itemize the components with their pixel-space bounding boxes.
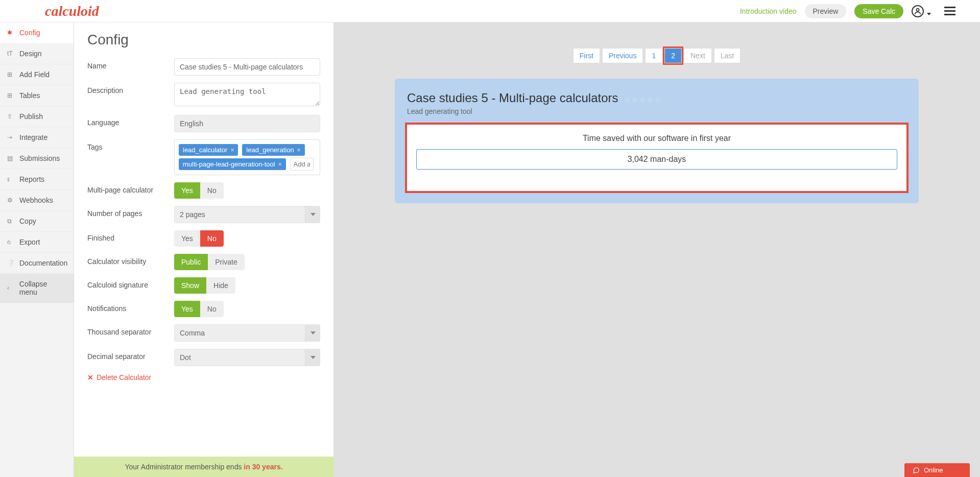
chevron-down-icon	[305, 324, 320, 342]
close-icon[interactable]: ×	[297, 147, 301, 154]
delete-calculator-link[interactable]: ✕ Delete Calculator	[87, 373, 151, 381]
sidebar-item-tables[interactable]: ⊞Tables	[0, 85, 74, 106]
signature-hide-button[interactable]: Hide	[206, 277, 235, 294]
chat-online-button[interactable]: Online	[904, 463, 970, 477]
label-visibility: Calculator visibility	[87, 254, 174, 266]
label-language: Language	[87, 115, 174, 127]
sidebar-item-config[interactable]: ✱Config	[0, 22, 74, 43]
star-icon: ☆	[632, 96, 638, 104]
visibility-toggle: Public Private	[174, 254, 245, 270]
label-name: Name	[87, 58, 174, 70]
sidebar-item-label: Design	[19, 50, 42, 58]
sidebar-item-webhooks[interactable]: ⚙Webhooks	[0, 190, 74, 211]
calc-result: Time saved with our software in first ye…	[407, 125, 906, 191]
row-notifications: Notifications Yes No	[87, 301, 320, 317]
tag-item[interactable]: lead_calculator×	[179, 144, 238, 156]
submissions-icon: ▤	[7, 155, 14, 162]
row-numpages: Number of pages	[87, 206, 320, 223]
sidebar-item-publish[interactable]: ⇧Publish	[0, 106, 74, 127]
label-multipage: Multi-page calculator	[87, 182, 174, 194]
sidebar-item-add-field[interactable]: ⊞Add Field	[0, 64, 74, 85]
introduction-video-link[interactable]: Introduction video	[740, 7, 797, 15]
sidebar-item-design[interactable]: tTDesign	[0, 43, 74, 64]
save-calc-button[interactable]: Save Calc	[854, 4, 903, 18]
hamburger-menu-button[interactable]	[944, 7, 955, 15]
pg-2[interactable]: 2	[664, 48, 682, 63]
result-label: Time saved with our software in first ye…	[416, 134, 897, 143]
row-language: Language	[87, 115, 320, 132]
export-icon: ⎋	[7, 238, 14, 246]
sidebar-item-documentation[interactable]: ❔Documentation	[0, 253, 74, 274]
sidebar-item-label: Documentation	[19, 259, 67, 267]
pg-next[interactable]: Next	[684, 48, 712, 63]
sidebar-item-reports[interactable]: ⫾Reports	[0, 169, 74, 190]
result-value: 3,042 man-days	[416, 149, 897, 170]
sidebar-item-copy[interactable]: ⧉Copy	[0, 211, 74, 232]
tags-box[interactable]: lead_calculator× lead_generation× multi-…	[174, 139, 320, 175]
user-menu[interactable]	[912, 5, 931, 17]
logo[interactable]: calculoid	[45, 3, 99, 19]
integrate-icon: ⇢	[7, 134, 14, 141]
language-input[interactable]	[174, 115, 320, 132]
publish-icon: ⇧	[7, 113, 14, 120]
tag-item[interactable]: lead_generation×	[242, 144, 304, 156]
rating-stars[interactable]: ☆☆☆☆☆	[624, 96, 661, 104]
tag-item[interactable]: multi-page-lead-generation-tool×	[179, 158, 286, 170]
chevron-down-icon	[305, 349, 320, 366]
label-finished: Finished	[87, 230, 174, 242]
label-description: Description	[87, 83, 174, 94]
chevron-down-icon	[927, 13, 931, 15]
page-title: Config	[87, 32, 320, 48]
sidebar-item-integrate[interactable]: ⇢Integrate	[0, 127, 74, 148]
pg-1[interactable]: 1	[645, 48, 662, 63]
visibility-private-button[interactable]: Private	[208, 254, 245, 270]
thousand-select[interactable]	[174, 324, 320, 342]
signature-show-button[interactable]: Show	[174, 277, 206, 294]
design-icon: tT	[7, 50, 14, 57]
pg-first[interactable]: First	[573, 48, 600, 63]
header: calculoid Introduction video Preview Sav…	[0, 0, 980, 22]
pg-previous[interactable]: Previous	[602, 48, 643, 63]
notifications-yes-button[interactable]: Yes	[174, 301, 200, 317]
sidebar-item-submissions[interactable]: ▤Submissions	[0, 148, 74, 169]
content: ✱Config tTDesign ⊞Add Field ⊞Tables ⇧Pub…	[0, 22, 980, 477]
sidebar-item-label: Submissions	[19, 154, 60, 162]
close-icon: ✕	[87, 373, 93, 381]
row-visibility: Calculator visibility Public Private	[87, 254, 320, 270]
name-input[interactable]	[174, 58, 320, 76]
row-name: Name	[87, 58, 320, 76]
finished-no-button[interactable]: No	[200, 230, 224, 247]
label-signature: Calculoid signature	[87, 277, 174, 289]
sidebar-item-label: Collapse menu	[19, 280, 66, 296]
webhooks-icon: ⚙	[7, 197, 14, 204]
avatar-icon	[912, 5, 924, 17]
row-description: Description Lead generating tool	[87, 83, 320, 108]
sidebar-item-collapse[interactable]: ‹Collapse menu	[0, 274, 74, 303]
pg-last[interactable]: Last	[714, 48, 740, 63]
decimal-select[interactable]	[174, 349, 320, 366]
thousand-value	[174, 324, 320, 342]
close-icon[interactable]: ×	[278, 161, 282, 168]
numpages-value	[174, 206, 320, 223]
calc-title: Case studies 5 - Multi-page calculators	[407, 91, 618, 105]
sidebar-item-label: Tables	[19, 91, 40, 100]
sidebar-item-label: Copy	[19, 217, 36, 225]
numpages-select[interactable]	[174, 206, 320, 223]
reports-icon: ⫾	[7, 176, 14, 183]
preview-button[interactable]: Preview	[805, 4, 847, 18]
multipage-no-button[interactable]: No	[200, 182, 224, 199]
label-notifications: Notifications	[87, 301, 174, 313]
visibility-public-button[interactable]: Public	[174, 254, 208, 270]
chevron-left-icon: ‹	[7, 284, 14, 292]
close-icon[interactable]: ×	[230, 147, 234, 154]
finished-yes-button[interactable]: Yes	[174, 230, 200, 247]
label-tags: Tags	[87, 139, 174, 151]
tag-input[interactable]	[290, 158, 314, 171]
multipage-yes-button[interactable]: Yes	[174, 182, 200, 199]
notifications-toggle: Yes No	[174, 301, 224, 317]
notifications-no-button[interactable]: No	[200, 301, 224, 317]
description-textarea[interactable]: Lead generating tool	[174, 83, 320, 106]
row-delete: ✕ Delete Calculator	[87, 373, 320, 381]
sidebar-item-export[interactable]: ⎋Export	[0, 232, 74, 253]
row-decimal: Decimal separator	[87, 349, 320, 366]
